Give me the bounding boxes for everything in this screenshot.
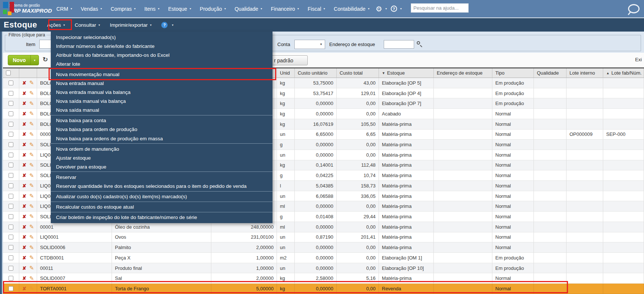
row-checkbox[interactable]	[9, 276, 13, 281]
delete-icon[interactable]: ✘	[22, 111, 26, 117]
nav-item-itens[interactable]: Itens▼	[144, 6, 160, 12]
row-checkbox[interactable]	[9, 204, 13, 209]
delete-icon[interactable]: ✘	[22, 214, 26, 219]
app-logo[interactable]: Sistema de gestão ERP MAXIPROD	[3, 2, 52, 16]
menu-item[interactable]: Ajustar estoque	[51, 153, 273, 162]
edit-pencil-icon[interactable]: ✎	[29, 244, 34, 251]
edit-pencil-icon[interactable]: ✎	[29, 131, 34, 138]
help-search-input[interactable]	[411, 3, 469, 13]
row-checkbox[interactable]	[9, 266, 13, 271]
nav-item-fiscal[interactable]: Fiscal▼	[308, 6, 326, 12]
table-row[interactable]: ✘✎LIQ0001Ovos231,00100un0,87190201,41Mat…	[3, 232, 644, 243]
endereco-filter-input[interactable]	[384, 40, 414, 49]
menu-item[interactable]: Nova ordem de manutenção	[51, 144, 273, 153]
chat-bubble-icon[interactable]	[628, 4, 640, 13]
nav-item-vendas[interactable]: Vendas▼	[81, 6, 103, 12]
chevron-down-icon[interactable]: ▼	[385, 7, 387, 10]
refresh-icon[interactable]: ↻	[43, 56, 48, 63]
column-header-estoque[interactable]: ▼Estoque	[379, 68, 434, 78]
nav-item-produção[interactable]: Produção▼	[200, 6, 227, 12]
delete-icon[interactable]: ✘	[22, 245, 26, 250]
search-icon[interactable]	[417, 41, 420, 45]
nav-item-qualidade[interactable]: Qualidade▼	[235, 6, 263, 12]
row-checkbox[interactable]	[9, 132, 13, 137]
table-row[interactable]: ✘✎00011Produto final1,00000un0,000000,00…	[3, 263, 644, 274]
column-header-qualidade[interactable]: Qualidade	[534, 68, 567, 78]
column-header-endereco[interactable]: Endereço de estoque	[434, 68, 492, 78]
nav-item-estoque[interactable]: Estoque▼	[168, 6, 192, 12]
delete-icon[interactable]: ✘	[22, 142, 26, 147]
edit-pencil-icon[interactable]: ✎	[29, 100, 34, 107]
row-checkbox[interactable]	[9, 173, 13, 178]
row-checkbox[interactable]	[9, 194, 13, 199]
edit-pencil-icon[interactable]: ✎	[29, 90, 34, 97]
column-header-lote_fab[interactable]: ▲Lote fab/Núm.	[603, 68, 644, 78]
column-header-unid[interactable]: Unid	[277, 68, 295, 78]
delete-icon[interactable]: ✘	[22, 91, 26, 96]
menu-item[interactable]: Nova saída manual	[51, 106, 273, 115]
menu-item[interactable]: Nova entrada manual	[51, 79, 273, 88]
row-checkbox[interactable]	[9, 245, 13, 250]
menu-item[interactable]: Nova baixa para conta	[51, 116, 273, 125]
menu-item[interactable]: Criar boletim de inspeção do lote do fab…	[51, 213, 273, 222]
delete-icon[interactable]: ✘	[22, 183, 26, 189]
column-header-check[interactable]	[3, 68, 19, 78]
delete-icon[interactable]: ✘	[22, 224, 26, 230]
select-all-checkbox[interactable]	[6, 71, 11, 75]
edit-pencil-icon[interactable]: ✎	[29, 110, 34, 117]
row-checkbox[interactable]	[9, 183, 13, 188]
row-checkbox[interactable]	[9, 91, 13, 96]
imprimir-exportar-menu-button[interactable]: Imprimir/exportar ▼	[110, 22, 152, 28]
edit-pencil-icon[interactable]: ✎	[29, 254, 34, 261]
column-header-cu[interactable]: Custo unitário	[295, 68, 337, 78]
delete-icon[interactable]: ✘	[22, 162, 26, 168]
nav-item-compras[interactable]: Compras▼	[110, 6, 136, 12]
menu-item[interactable]: Atribuir lotes do fabricante, importando…	[51, 50, 273, 59]
edit-pencil-icon[interactable]: ✎	[29, 79, 34, 86]
delete-icon[interactable]: ✘	[22, 234, 26, 240]
menu-item[interactable]: Reservar	[51, 173, 273, 182]
edit-pencil-icon[interactable]: ✎	[29, 203, 34, 210]
delete-icon[interactable]: ✘	[22, 203, 26, 209]
edit-pencil-icon[interactable]: ✎	[29, 265, 34, 271]
row-checkbox[interactable]	[9, 142, 13, 147]
delete-icon[interactable]: ✘	[22, 80, 26, 86]
delete-icon[interactable]: ✘	[22, 193, 26, 199]
edit-pencil-icon[interactable]: ✎	[29, 223, 34, 230]
menu-item[interactable]: Devolver para estoque	[51, 162, 273, 171]
delete-icon[interactable]: ✘	[22, 101, 26, 106]
menu-item[interactable]: Nova baixa para ordem de produção	[51, 125, 273, 134]
chevron-down-icon[interactable]: ▼	[400, 7, 402, 10]
column-header-ct[interactable]: Custo total	[337, 68, 379, 78]
menu-item[interactable]: Informar números de série/lote do fabric…	[51, 42, 273, 50]
menu-item[interactable]: Recalcular custos do estoque atual	[51, 203, 273, 212]
delete-icon[interactable]: ✘	[22, 255, 26, 261]
row-checkbox[interactable]	[9, 214, 13, 219]
chevron-down-icon[interactable]: ▼	[30, 55, 39, 65]
novo-button[interactable]: Novo ▼	[8, 55, 39, 65]
filters-legend[interactable]: Filtros (clique para	[7, 32, 46, 37]
column-header-lote_interno[interactable]: Lote interno	[567, 68, 603, 78]
menu-item[interactable]: Nova entrada manual via balança	[51, 88, 273, 97]
gear-icon[interactable]: ⚙	[376, 4, 382, 13]
row-checkbox[interactable]	[9, 101, 13, 106]
menu-item[interactable]: Nova baixa para ordens de produção em ma…	[51, 134, 273, 143]
row-checkbox[interactable]	[9, 225, 13, 229]
edit-pencil-icon[interactable]: ✎	[29, 141, 34, 148]
row-checkbox[interactable]	[9, 122, 13, 127]
delete-icon[interactable]: ✘	[22, 173, 26, 178]
page-help-icon[interactable]: ?	[161, 22, 168, 28]
edit-pencil-icon[interactable]: ✎	[29, 162, 34, 169]
edit-pencil-icon[interactable]: ✎	[29, 275, 34, 282]
edit-pencil-icon[interactable]: ✎	[29, 182, 34, 189]
row-checkbox[interactable]	[9, 153, 13, 157]
edit-pencil-icon[interactable]: ✎	[29, 172, 34, 179]
edit-pencil-icon[interactable]: ✎	[29, 213, 34, 220]
menu-item[interactable]: Alterar lote	[51, 59, 273, 68]
edit-pencil-icon[interactable]: ✎	[29, 121, 34, 127]
nav-item-crm[interactable]: CRM▼	[56, 6, 73, 12]
table-row[interactable]: ✘✎00001Óleo de cozinha248,00000ml0,00000…	[3, 222, 644, 232]
edit-pencil-icon[interactable]: ✎	[29, 151, 34, 158]
table-row[interactable]: ✘✎CTDB0001Peça X1,00000m20,000000,00Elab…	[3, 253, 644, 263]
menu-item[interactable]: Atualizar custo do(s) cadastro(s) do(s) …	[51, 192, 273, 201]
